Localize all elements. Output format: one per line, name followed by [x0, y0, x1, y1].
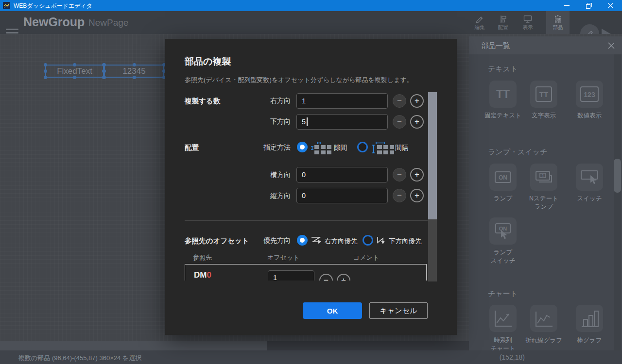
parts-panel-close-button[interactable]	[606, 41, 616, 50]
dialog-description: 参照先(デバイス・配列型変数)をオフセット分ずらしながら部品を複製します。	[185, 76, 413, 84]
fixed-text-icon: TT	[489, 81, 517, 108]
maximize-button[interactable]	[578, 0, 600, 11]
vertical-increment-button[interactable]: +	[410, 189, 424, 202]
selection-handle[interactable]	[133, 63, 136, 66]
section-title-lamp-switch: ランプ・スイッチ	[488, 148, 547, 157]
dialog-title: 部品の複製	[185, 55, 231, 68]
down-direction-increment-button[interactable]: +	[410, 115, 424, 129]
vertical-input[interactable]	[296, 188, 388, 203]
panel-scrollbar-track[interactable]	[614, 54, 621, 350]
horizontal-label: 横方向	[233, 171, 291, 180]
offset-table: DM0 − +	[185, 264, 427, 281]
group-name[interactable]: NewGroup	[23, 15, 85, 29]
tile-label: Nステート ランプ	[523, 195, 565, 211]
toolbar-arrange-button[interactable]: 配置	[491, 11, 515, 34]
selection-handle[interactable]	[73, 76, 76, 79]
gap-method-icon	[310, 140, 331, 155]
interval-option-label[interactable]: 間隔	[395, 144, 408, 152]
canvas-hscrollbar-thumb[interactable]	[0, 341, 267, 350]
tile-text-display[interactable]: TT	[530, 81, 557, 108]
section-divider	[185, 220, 428, 221]
restore-icon	[586, 3, 592, 9]
minimize-button[interactable]	[556, 0, 578, 11]
canvas-hscrollbar-track[interactable]	[0, 341, 469, 350]
svg-text:1: 1	[542, 173, 544, 178]
arrange-icon	[498, 15, 508, 23]
selection-handle[interactable]	[103, 63, 106, 66]
app-header: NewGroup NewPage 編集 配置 表示 部品	[0, 11, 622, 34]
selection-handle[interactable]	[103, 69, 106, 73]
down-direction-decrement-button[interactable]: −	[393, 115, 406, 129]
close-icon	[608, 3, 613, 8]
radio-gap[interactable]	[297, 142, 308, 152]
tile-numeric-display[interactable]: 123	[576, 81, 603, 108]
lamp-icon: ON	[489, 164, 517, 191]
down-direction-input[interactable]	[296, 114, 388, 130]
svg-text:TT: TT	[496, 88, 510, 100]
selection-handle[interactable]	[44, 69, 47, 73]
horizontal-decrement-button[interactable]: −	[393, 168, 406, 182]
vertical-label: 縦方向	[233, 192, 291, 200]
selection-handle[interactable]	[44, 76, 47, 79]
right-direction-increment-button[interactable]: +	[410, 94, 424, 108]
table-header-reference: 参照先	[193, 253, 212, 262]
radio-right-priority[interactable]	[297, 235, 308, 246]
horizontal-field-wrap	[296, 167, 388, 182]
selection-handle[interactable]	[133, 76, 136, 79]
toolbar-edit-button[interactable]: 編集	[468, 11, 491, 34]
table-header-offset: オフセット	[267, 253, 300, 262]
horizontal-input[interactable]	[296, 167, 388, 182]
selection-handle[interactable]	[103, 76, 106, 79]
device-offset-increment-button[interactable]: +	[337, 274, 350, 281]
tile-time-series-chart[interactable]	[489, 305, 517, 332]
svg-text:TT: TT	[539, 90, 548, 99]
ok-button[interactable]: OK	[303, 302, 362, 319]
tile-label: 数値表示	[569, 112, 610, 120]
canvas-part-fixed-text[interactable]: FixedText	[45, 65, 104, 78]
down-direction-field-wrap	[296, 114, 388, 130]
minus-icon: −	[397, 170, 402, 180]
table-header-comment: コメント	[353, 253, 379, 262]
device-prefix: DM	[194, 270, 207, 280]
panel-scrollbar-thumb[interactable]	[614, 159, 621, 193]
toolbar-parts-button[interactable]: 部品	[546, 11, 570, 34]
right-direction-decrement-button[interactable]: −	[393, 94, 406, 108]
svg-text:123: 123	[584, 91, 595, 99]
placement-section-label: 配置	[185, 143, 199, 152]
cancel-button[interactable]: キャンセル	[369, 302, 428, 319]
gap-option-label[interactable]: 隙間	[334, 144, 347, 152]
page-name[interactable]: NewPage	[88, 17, 128, 28]
close-button[interactable]	[600, 0, 622, 11]
tile-bar-graph[interactable]	[576, 305, 603, 332]
device-offset-input[interactable]	[268, 270, 314, 281]
toolbar-view-button[interactable]: 表示	[516, 11, 539, 34]
section-title-chart: チャート	[488, 289, 518, 298]
selection-handle[interactable]	[44, 63, 47, 66]
tile-label: ランプ	[482, 195, 524, 203]
down-priority-option-label[interactable]: 下方向優先	[389, 237, 422, 246]
radio-down-priority[interactable]	[363, 235, 373, 246]
tile-label: 文字表示	[523, 112, 565, 120]
horizontal-increment-button[interactable]: +	[410, 168, 424, 182]
tile-n-state-lamp[interactable]: 1	[530, 164, 557, 191]
selection-handle[interactable]	[73, 63, 76, 66]
close-icon	[608, 42, 615, 49]
device-offset-field-wrap	[268, 270, 314, 281]
parts-panel-title: 部品一覧	[481, 41, 510, 50]
tile-lamp-switch[interactable]: ON	[489, 217, 517, 245]
right-priority-option-label[interactable]: 右方向優先	[325, 237, 358, 246]
tile-label: 固定テキスト	[482, 112, 524, 120]
dialog-scrollbar-thumb[interactable]	[428, 92, 437, 219]
parts-icon	[553, 15, 563, 23]
device-offset-decrement-button[interactable]: −	[319, 274, 333, 281]
radio-interval[interactable]	[357, 142, 368, 152]
minus-icon: −	[397, 96, 402, 106]
tile-line-graph[interactable]	[530, 305, 557, 332]
vertical-decrement-button[interactable]: −	[393, 189, 406, 202]
right-direction-input[interactable]	[296, 93, 388, 109]
tile-lamp[interactable]: ON	[489, 164, 517, 191]
tile-switch[interactable]	[576, 164, 603, 191]
tile-fixed-text[interactable]: TT	[489, 81, 517, 108]
method-label: 指定方法	[233, 143, 291, 152]
canvas-part-numeric[interactable]: 12345	[104, 65, 164, 78]
